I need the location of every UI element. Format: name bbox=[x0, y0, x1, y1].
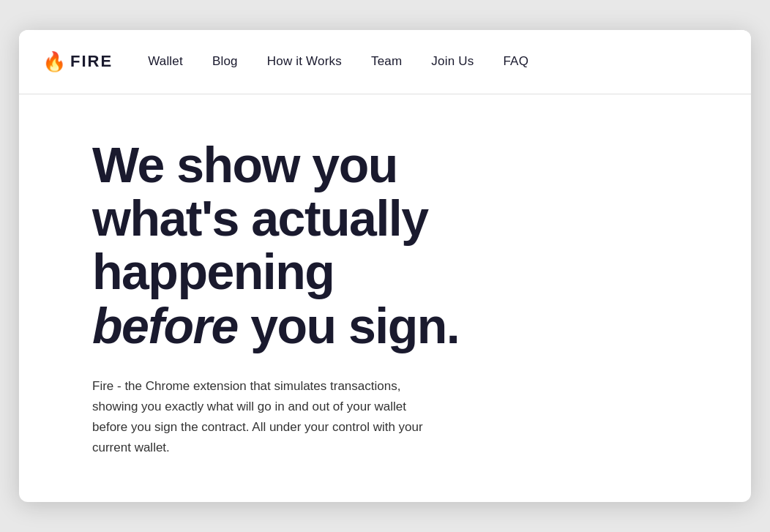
navbar: 🔥 FIRE Wallet Blog How it Works Team Joi… bbox=[19, 30, 751, 94]
nav-link-join-us[interactable]: Join Us bbox=[431, 54, 474, 68]
nav-item-team[interactable]: Team bbox=[371, 54, 402, 69]
headline-line3: happening bbox=[92, 244, 334, 299]
logo-link[interactable]: 🔥 FIRE bbox=[42, 52, 113, 71]
nav-item-join-us[interactable]: Join Us bbox=[431, 54, 474, 69]
nav-item-faq[interactable]: FAQ bbox=[503, 54, 528, 69]
nav-links: Wallet Blog How it Works Team Join Us FA… bbox=[148, 54, 528, 69]
nav-link-blog[interactable]: Blog bbox=[212, 54, 238, 68]
nav-item-blog[interactable]: Blog bbox=[212, 54, 238, 69]
headline-before: before bbox=[92, 298, 238, 353]
hero-section: We show you what's actually happening be… bbox=[19, 94, 678, 503]
browser-window: 🔥 FIRE Wallet Blog How it Works Team Joi… bbox=[19, 30, 751, 503]
nav-link-faq[interactable]: FAQ bbox=[503, 54, 528, 68]
headline-you-sign: you sign. bbox=[238, 298, 459, 353]
nav-link-team[interactable]: Team bbox=[371, 54, 402, 68]
flame-icon: 🔥 bbox=[42, 52, 66, 71]
nav-link-how-it-works[interactable]: How it Works bbox=[267, 54, 342, 68]
nav-item-wallet[interactable]: Wallet bbox=[148, 54, 183, 69]
headline-line2: what's actually bbox=[92, 190, 428, 246]
brand-name: FIRE bbox=[70, 52, 113, 71]
hero-headline: We show you what's actually happening be… bbox=[92, 138, 654, 353]
headline-line1: We show you bbox=[92, 137, 397, 192]
nav-item-how-it-works[interactable]: How it Works bbox=[267, 54, 342, 69]
nav-link-wallet[interactable]: Wallet bbox=[148, 54, 183, 68]
hero-subtext: Fire - the Chrome extension that simulat… bbox=[92, 376, 444, 458]
